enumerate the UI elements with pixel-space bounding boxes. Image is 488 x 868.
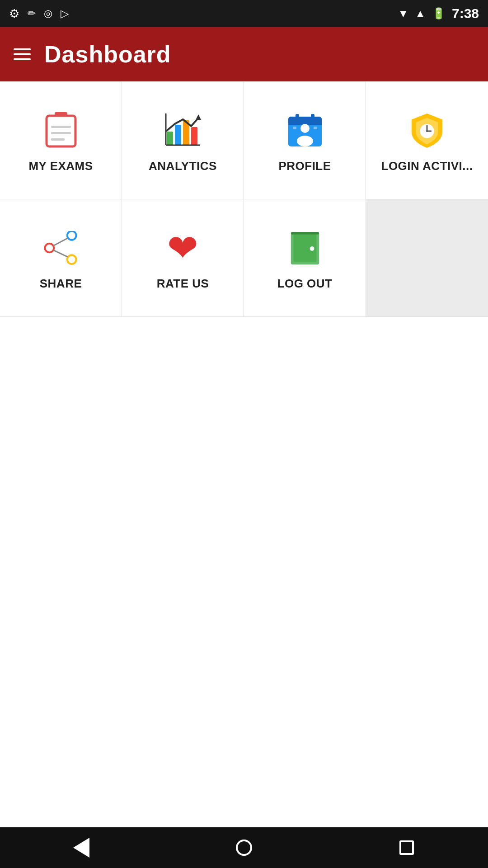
analytics-label: ANALYTICS (149, 159, 217, 173)
svg-rect-20 (314, 127, 317, 129)
wifi-icon: ▼ (398, 7, 408, 20)
status-bar-left: ⚙ ✏ ◎ ▷ (9, 7, 69, 21)
svg-rect-8 (191, 127, 197, 145)
battery-icon: 🔋 (432, 7, 446, 20)
svg-point-24 (426, 130, 428, 132)
recent-button[interactable] (391, 832, 422, 863)
my-exams-label: MY EXAMS (28, 159, 93, 173)
svg-rect-4 (51, 138, 65, 141)
svg-point-32 (310, 246, 314, 251)
svg-marker-9 (196, 114, 201, 120)
content-area (0, 317, 488, 827)
svg-point-27 (67, 255, 76, 264)
status-bar-right: ▼ ▲ 🔋 7:38 (398, 6, 479, 21)
rate-us-label: RATE US (157, 277, 209, 291)
log-out-label: LOG OUT (277, 277, 333, 291)
login-activity-item[interactable]: LOGIN ACTIVI... (366, 82, 488, 199)
svg-rect-16 (311, 114, 314, 121)
page-title: Dashboard (44, 41, 171, 68)
log-out-item[interactable]: LOG OUT (244, 199, 366, 317)
recent-square-icon (399, 840, 414, 855)
profile-item[interactable]: PROFILE (244, 82, 366, 199)
profile-card-icon (285, 110, 325, 151)
svg-rect-19 (293, 127, 296, 129)
clock: 7:38 (452, 6, 479, 21)
analytics-item[interactable]: ANALYTICS (122, 82, 244, 199)
heart-icon: ❤ (163, 228, 203, 269)
back-triangle-icon (73, 838, 89, 858)
svg-rect-2 (51, 126, 71, 128)
svg-rect-6 (175, 125, 181, 145)
svg-point-25 (67, 231, 76, 240)
svg-rect-33 (291, 231, 319, 234)
svg-point-18 (297, 136, 313, 146)
back-button[interactable] (66, 832, 97, 863)
svg-line-29 (53, 250, 68, 257)
login-activity-label: LOGIN ACTIVI... (381, 159, 473, 173)
bottom-nav (0, 827, 488, 868)
share-label: SHARE (40, 277, 82, 291)
signal-icon: ▲ (415, 7, 426, 20)
status-bar: ⚙ ✏ ◎ ▷ ▼ ▲ 🔋 7:38 (0, 0, 488, 27)
play-store-icon: ▷ (61, 7, 69, 20)
svg-rect-1 (47, 116, 75, 146)
settings-icon: ⚙ (9, 7, 19, 21)
home-circle-icon (236, 840, 252, 856)
profile-label: PROFILE (278, 159, 331, 173)
clipboard-icon (41, 110, 81, 151)
shield-icon (407, 110, 447, 151)
app-bar: Dashboard (0, 27, 488, 81)
dashboard-grid: MY EXAMS ANALYTICS (0, 81, 488, 317)
svg-rect-15 (296, 114, 299, 121)
bar-chart-icon (163, 110, 203, 151)
svg-point-26 (45, 244, 54, 253)
share-icon (41, 228, 81, 269)
my-exams-item[interactable]: MY EXAMS (0, 82, 122, 199)
share-item[interactable]: SHARE (0, 199, 122, 317)
svg-rect-5 (167, 132, 173, 145)
home-button[interactable] (228, 832, 260, 863)
svg-rect-3 (51, 132, 71, 134)
hamburger-menu-button[interactable] (14, 48, 31, 60)
rate-us-item[interactable]: ❤ RATE US (122, 199, 244, 317)
rrm-icon: ◎ (44, 8, 52, 19)
svg-line-28 (53, 238, 68, 246)
pencil-icon: ✏ (28, 8, 36, 19)
door-icon (285, 228, 325, 269)
svg-point-17 (300, 124, 310, 133)
empty-item (366, 199, 488, 317)
